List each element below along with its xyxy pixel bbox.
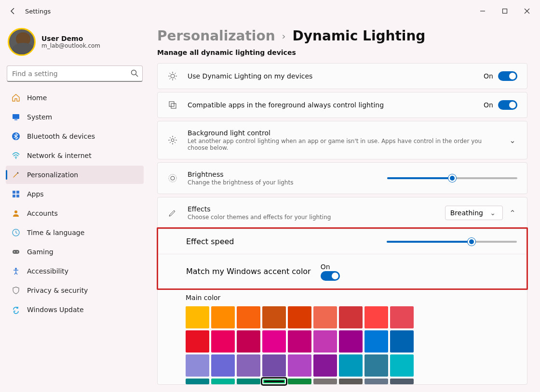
svg-line-3 [136, 75, 138, 77]
sidebar-item-bluetooth[interactable]: Bluetooth & devices [6, 127, 144, 145]
row-background-light-control[interactable]: Background light control Let another app… [157, 121, 527, 159]
toggle-state: On [484, 101, 493, 109]
breadcrumb-current: Dynamic Lighting [293, 28, 426, 44]
row-use-dynamic-lighting[interactable]: Use Dynamic Lighting on my devices On [157, 63, 527, 89]
color-swatch[interactable] [288, 379, 311, 384]
color-swatch[interactable] [262, 354, 286, 377]
chevron-up-icon[interactable]: ⌃ [508, 209, 517, 218]
color-swatch[interactable] [262, 306, 286, 328]
sidebar-item-apps[interactable]: Apps [6, 185, 144, 203]
sidebar: User Demo m_lab@outlook.com HomeSystemBl… [0, 22, 149, 392]
sidebar-item-label: System [27, 113, 52, 121]
user-email: m_lab@outlook.com [41, 42, 100, 49]
color-swatch[interactable] [288, 354, 311, 377]
sidebar-item-time[interactable]: Time & language [6, 223, 144, 242]
breadcrumb-parent[interactable]: Personalization [157, 28, 275, 44]
brightness-icon [167, 173, 178, 183]
svg-point-30 [171, 176, 175, 180]
sidebar-item-network[interactable]: Network & internet [6, 146, 144, 165]
privacy-icon [12, 286, 20, 295]
search-box[interactable] [7, 65, 143, 82]
color-swatch[interactable] [339, 330, 363, 353]
color-swatch[interactable] [211, 330, 235, 353]
color-swatch[interactable] [237, 306, 260, 328]
sidebar-item-home[interactable]: Home [6, 89, 144, 107]
effect-speed-slider[interactable] [387, 241, 517, 243]
svg-point-15 [14, 251, 15, 252]
color-swatch[interactable] [364, 379, 388, 384]
layers-icon [167, 100, 178, 110]
svg-point-18 [171, 74, 175, 78]
color-swatch[interactable] [237, 354, 260, 377]
color-swatch[interactable] [364, 354, 388, 377]
color-swatch[interactable] [339, 379, 363, 384]
svg-point-2 [132, 70, 136, 75]
color-swatch[interactable] [390, 306, 414, 328]
sidebar-item-label: Accessibility [27, 267, 68, 275]
color-swatch[interactable] [237, 330, 260, 353]
sidebar-item-label: Gaming [27, 248, 54, 256]
sidebar-item-accounts[interactable]: Accounts [6, 204, 144, 222]
color-swatch[interactable] [211, 379, 235, 384]
chevron-down-icon: ⌄ [488, 209, 498, 217]
color-swatch[interactable] [390, 330, 414, 353]
color-swatch[interactable] [262, 330, 286, 353]
sidebar-item-accessibility[interactable]: Accessibility [6, 262, 144, 280]
row-subtitle: Let another app control lighting when an… [188, 138, 498, 151]
toggle-state: On [484, 72, 493, 80]
color-swatch[interactable] [313, 330, 337, 353]
color-swatch[interactable] [186, 330, 209, 353]
color-swatch[interactable] [313, 306, 337, 328]
sidebar-item-label: Privacy & security [27, 287, 88, 294]
color-swatch[interactable] [288, 330, 311, 353]
color-swatch[interactable] [186, 306, 209, 328]
sidebar-item-gaming[interactable]: Gaming [6, 243, 144, 261]
color-swatch[interactable] [313, 379, 337, 384]
time-icon [12, 228, 20, 237]
toggle-state: On [321, 263, 330, 271]
color-swatch[interactable] [211, 354, 235, 377]
sidebar-item-privacy[interactable]: Privacy & security [6, 281, 144, 300]
sidebar-item-label: Home [27, 94, 47, 102]
effects-select[interactable]: Breathing ⌄ [445, 206, 503, 220]
color-swatch[interactable] [237, 379, 260, 384]
sidebar-item-personalization[interactable]: Personalization [6, 166, 144, 184]
color-swatch[interactable] [288, 306, 311, 328]
minimize-button[interactable] [472, 0, 494, 22]
search-input[interactable] [7, 65, 143, 82]
sidebar-item-system[interactable]: System [6, 108, 144, 126]
highlighted-region: Effect speed Match my Windows accent col… [157, 227, 528, 290]
toggle-match-accent[interactable] [321, 271, 340, 281]
sidebar-item-label: Windows Update [27, 306, 84, 314]
svg-point-12 [14, 210, 17, 213]
maximize-button[interactable] [494, 0, 516, 22]
color-swatch[interactable] [339, 354, 363, 377]
sidebar-item-update[interactable]: Windows Update [6, 301, 144, 319]
gaming-icon [12, 248, 20, 256]
sidebar-item-label: Time & language [27, 229, 84, 236]
color-swatch[interactable] [186, 379, 209, 384]
color-swatch[interactable] [364, 306, 388, 328]
close-button[interactable] [516, 0, 538, 22]
row-title: Background light control [188, 129, 498, 137]
row-compatible-apps[interactable]: Compatible apps in the foreground always… [157, 92, 527, 118]
color-swatch[interactable] [339, 306, 363, 328]
toggle-compatible-apps[interactable] [498, 100, 517, 110]
color-swatch[interactable] [262, 379, 286, 384]
sidebar-item-label: Personalization [27, 171, 78, 179]
color-swatch[interactable] [390, 379, 414, 384]
toggle-use-dynamic[interactable] [498, 71, 517, 81]
user-block[interactable]: User Demo m_lab@outlook.com [6, 26, 144, 64]
color-swatch[interactable] [186, 354, 209, 377]
color-swatch[interactable] [211, 306, 235, 328]
bluetooth-icon [12, 132, 20, 141]
nav-list: HomeSystemBluetooth & devicesNetwork & i… [6, 89, 144, 319]
color-swatch[interactable] [313, 354, 337, 377]
row-title: Use Dynamic Lighting on my devices [188, 72, 474, 80]
brightness-slider[interactable] [387, 177, 517, 179]
color-swatch[interactable] [390, 354, 414, 377]
back-button[interactable] [2, 0, 24, 22]
svg-line-25 [170, 78, 171, 79]
color-swatch[interactable] [364, 330, 388, 353]
accessibility-icon [12, 267, 20, 275]
